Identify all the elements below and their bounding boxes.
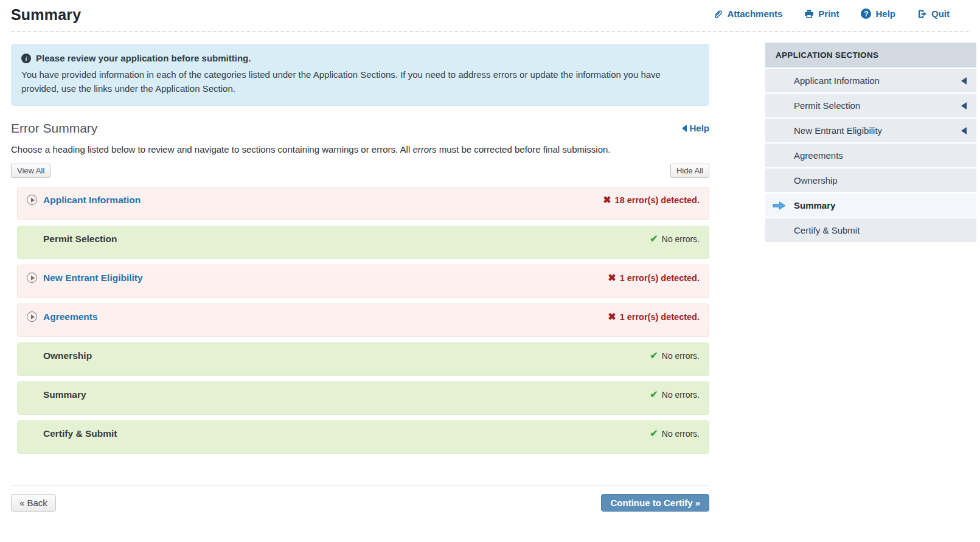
quit-link[interactable]: Quit	[917, 9, 950, 19]
printer-icon	[804, 9, 814, 19]
error-row-agreements: Agreements ✖ 1 error(s) detected.	[17, 304, 709, 337]
toggle-buttons-row: View All Hide All	[11, 164, 709, 178]
section-link[interactable]: Applicant Information	[43, 195, 141, 206]
error-row-certify-submit: Certify & Submit ✔ No errors.	[17, 420, 709, 454]
info-circle-icon: i	[21, 54, 31, 63]
hide-all-button[interactable]: Hide All	[670, 164, 709, 178]
error-row-new-entrant-eligibility: New Entrant Eligibility ✖ 1 error(s) det…	[17, 265, 709, 298]
sidebar-items: Applicant Information Permit Selection N…	[765, 69, 976, 242]
description-prefix: Choose a heading listed below to review …	[11, 144, 412, 155]
sidebar-item-agreements[interactable]: Agreements	[765, 144, 976, 167]
sign-out-icon	[917, 9, 927, 19]
error-summary-description: Choose a heading listed below to review …	[11, 144, 709, 155]
sidebar-item-new-entrant-eligibility[interactable]: New Entrant Eligibility	[765, 119, 976, 142]
expand-row-icon[interactable]	[27, 273, 37, 283]
info-alert-body: You have provided information in each of…	[21, 68, 684, 96]
sidebar-item-applicant-information[interactable]: Applicant Information	[765, 69, 976, 92]
status-text: 18 error(s) detected.	[615, 195, 700, 205]
row-status: ✔ No errors.	[650, 389, 700, 400]
main-content: i Please review your application before …	[11, 28, 709, 512]
error-x-icon: ✖	[608, 312, 616, 322]
section-link[interactable]: New Entrant Eligibility	[43, 273, 143, 283]
sidebar-item-certify-submit[interactable]: Certify & Submit	[765, 218, 976, 242]
row-status: ✔ No errors.	[650, 234, 700, 244]
help-toolbar-link[interactable]: ? Help	[861, 9, 895, 19]
sidebar-item-summary[interactable]: Summary	[765, 193, 976, 217]
paperclip-icon	[712, 9, 723, 19]
row-status: ✖ 18 error(s) detected.	[603, 195, 700, 205]
application-sections-sidebar: APPLICATION SECTIONS Applicant Informati…	[765, 43, 976, 243]
question-circle-icon: ?	[861, 9, 871, 19]
print-link[interactable]: Print	[804, 9, 839, 19]
sidebar-item-ownership[interactable]: Ownership	[765, 169, 976, 192]
error-summary-help-label: Help	[689, 123, 709, 133]
sidebar-heading: APPLICATION SECTIONS	[765, 43, 976, 68]
error-row-applicant-information: Applicant Information ✖ 18 error(s) dete…	[17, 187, 709, 220]
collapse-arrow-icon	[961, 77, 967, 85]
quit-label: Quit	[931, 9, 950, 19]
print-label: Print	[818, 9, 839, 19]
footer-buttons-row: « Back Continue to Certify »	[11, 494, 709, 512]
section-label: Certify & Submit	[43, 428, 117, 439]
expand-row-icon[interactable]	[27, 195, 37, 205]
info-alert-title-text: Please review your application before su…	[36, 53, 251, 63]
check-icon: ✔	[650, 351, 658, 361]
sidebar-item-label: Applicant Information	[794, 75, 880, 86]
section-link[interactable]: Agreements	[43, 311, 98, 322]
status-text: No errors.	[662, 351, 700, 361]
collapse-arrow-icon	[961, 102, 967, 109]
check-icon: ✔	[650, 234, 658, 244]
attachments-label: Attachments	[727, 9, 782, 19]
page-title: Summary	[11, 6, 81, 24]
collapse-arrow-icon	[961, 127, 967, 134]
expand-row-icon[interactable]	[27, 311, 37, 322]
section-label: Ownership	[43, 350, 92, 361]
sidebar-item-label: New Entrant Eligibility	[794, 125, 882, 136]
status-text: No errors.	[662, 234, 700, 244]
back-button[interactable]: « Back	[11, 494, 56, 512]
section-label: Summary	[43, 389, 86, 400]
error-summary-help-link[interactable]: Help	[682, 123, 709, 133]
current-section-arrow-icon	[773, 201, 786, 210]
toolbar: Attachments Print ? Help Qu	[712, 9, 950, 19]
sidebar-item-label: Agreements	[794, 150, 843, 161]
status-text: 1 error(s) detected.	[620, 312, 700, 322]
info-alert-title: i Please review your application before …	[21, 53, 699, 63]
footer-divider	[11, 485, 709, 486]
row-status: ✔ No errors.	[650, 350, 700, 361]
check-icon: ✔	[650, 390, 658, 400]
continue-to-certify-button[interactable]: Continue to Certify »	[601, 494, 709, 512]
check-icon: ✔	[650, 429, 658, 439]
top-bar: Summary Attachments Print ? Help	[0, 0, 980, 24]
description-suffix: must be corrected before final submissio…	[437, 144, 611, 155]
error-row-ownership: Ownership ✔ No errors.	[17, 342, 709, 376]
sidebar-item-permit-selection[interactable]: Permit Selection	[765, 94, 976, 117]
error-x-icon: ✖	[603, 195, 611, 205]
sidebar-item-label: Ownership	[794, 175, 838, 186]
row-status: ✔ No errors.	[650, 428, 700, 439]
row-status: ✖ 1 error(s) detected.	[608, 311, 700, 322]
error-row-summary: Summary ✔ No errors.	[17, 381, 709, 415]
status-text: No errors.	[662, 429, 700, 439]
attachments-link[interactable]: Attachments	[712, 9, 782, 19]
row-status: ✖ 1 error(s) detected.	[608, 273, 700, 283]
error-x-icon: ✖	[608, 273, 616, 283]
sidebar-item-label: Certify & Submit	[794, 225, 860, 235]
view-all-button[interactable]: View All	[11, 164, 50, 178]
help-toolbar-label: Help	[875, 9, 895, 19]
error-summary-heading: Error Summary	[11, 121, 97, 136]
sidebar-item-label: Permit Selection	[794, 100, 860, 111]
error-summary-header: Error Summary Help	[11, 121, 709, 136]
error-summary-panels: Applicant Information ✖ 18 error(s) dete…	[17, 187, 709, 454]
error-row-permit-selection: Permit Selection ✔ No errors.	[17, 226, 709, 259]
left-triangle-icon	[682, 125, 687, 132]
info-alert: i Please review your application before …	[11, 44, 709, 106]
section-label: Permit Selection	[43, 234, 117, 245]
sidebar-item-label: Summary	[794, 200, 835, 210]
status-text: 1 error(s) detected.	[620, 273, 700, 283]
description-emphasis: errors	[412, 144, 436, 155]
status-text: No errors.	[662, 390, 700, 400]
